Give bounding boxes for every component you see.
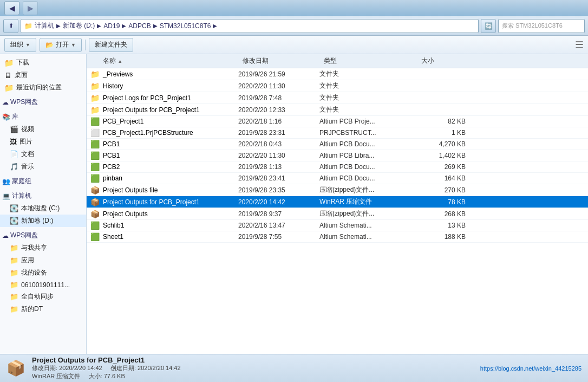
table-row[interactable]: 🟩 PCB2 2019/9/28 1:13 Altium PCB Docu...… [87, 161, 588, 173]
doc-icon: 📄 [10, 150, 18, 158]
file-date: 2019/9/26 21:59 [238, 70, 319, 78]
sort-arrow-name: ▲ [117, 59, 122, 64]
sidebar-item-download[interactable]: 📁 下载 [0, 56, 86, 69]
sidebar-item-061[interactable]: 📁 061001901111... [0, 279, 86, 290]
back-button[interactable]: ◀ [4, 1, 19, 15]
table-row[interactable]: 📁 Project Outputs for PCB_Project1 2020/… [87, 104, 588, 116]
sidebar-item-auto[interactable]: 📁 全自动同步 [0, 290, 86, 303]
sidebar-item-new-dt[interactable]: 📁 新的DT [0, 303, 86, 315]
file-size: 82 KB [417, 118, 471, 125]
file-size: 164 KB [417, 174, 471, 182]
file-type: Altium Schemati... [319, 233, 417, 241]
table-row[interactable]: 🟩 Sheet1 2019/9/28 7:55 Altium Schemati.… [87, 231, 588, 243]
wpscloud-icon: ☁ [2, 232, 9, 239]
sidebar-item-label: 桌面 [15, 70, 28, 80]
table-row[interactable]: ⬜ PCB_Project1.PrjPCBStructure 2019/9/28… [87, 127, 588, 139]
table-row[interactable]: 📁 _Previews 2019/9/26 21:59 文件夹 [87, 68, 588, 80]
file-list: 名称 ▲ 修改日期 类型 大小 📁 _Previews 2019/9/26 21… [87, 54, 588, 354]
up-button[interactable]: ⬆ [3, 19, 18, 33]
search-box[interactable]: 搜索 STM32L051C8T6 [498, 19, 585, 33]
sidebar-library[interactable]: 📚 库 [0, 111, 86, 123]
column-size-header[interactable]: 大小 [417, 56, 471, 66]
music-icon: 🎵 [10, 163, 18, 171]
homegroup-label: 家庭组 [12, 177, 31, 186]
share-icon: 📁 [10, 244, 18, 252]
create-label: 创建日期: [110, 365, 136, 371]
sidebar-item-label: 图片 [19, 137, 32, 146]
path-adpcb: ADPCB [128, 22, 151, 30]
open-button[interactable]: 📂 打开 ▼ [40, 38, 82, 52]
file-type: Altium PCB Docu... [319, 174, 417, 182]
file-date: 2019/9/28 1:13 [238, 163, 319, 171]
path-stm: STM32L051C8T6 [160, 22, 211, 30]
column-type-header[interactable]: 类型 [319, 56, 417, 66]
forward-button[interactable]: ▶ [23, 1, 38, 15]
file-type: 文件夹 [319, 69, 417, 79]
file-date: 2019/9/28 23:31 [238, 129, 319, 137]
table-row[interactable]: 📦 Project Outputs 2019/9/28 9:37 压缩(zipp… [87, 208, 588, 220]
sidebar-item-app[interactable]: 📁 应用 [0, 254, 86, 267]
file-size: 269 KB [417, 163, 471, 171]
sidebar-item-video[interactable]: 🎬 视频 [0, 123, 86, 135]
061-icon: 📁 [10, 281, 18, 289]
create-date: 2020/2/20 14:42 [138, 365, 181, 371]
file-icon: 📦 [87, 198, 103, 206]
table-row[interactable]: 🟩 PCB1 2020/2/20 11:30 Altium PCB Libra.… [87, 150, 588, 161]
search-placeholder: 搜索 STM32L051C8T6 [502, 22, 563, 30]
file-type: Altium Schemati... [319, 222, 417, 229]
new-folder-button[interactable]: 新建文件夹 [89, 38, 133, 52]
status-bar: 📦 Project Outputs for PCB_Project1 修改日期:… [0, 354, 588, 382]
file-icon: 🟩 [87, 151, 103, 160]
refresh-button[interactable]: 🔄 [481, 19, 496, 33]
sidebar-item-music[interactable]: 🎵 音乐 [0, 160, 86, 173]
sidebar-homegroup[interactable]: 👥 家庭组 [0, 175, 86, 187]
desktop-icon: 🖥 [4, 71, 12, 80]
table-row[interactable]: 🟩 PCB_Project1 2020/2/18 1:16 Altium PCB… [87, 116, 588, 127]
file-type: 压缩(zipped)文件... [319, 209, 417, 218]
sidebar-item-recent[interactable]: 📁 最近访问的位置 [0, 81, 86, 94]
file-icon: 🟩 [87, 140, 103, 148]
table-row[interactable]: 🟩 PCB1 2020/2/18 0:43 Altium PCB Docu...… [87, 139, 588, 150]
table-row[interactable]: 🟩 Schlib1 2020/2/16 13:47 Altium Schemat… [87, 220, 588, 231]
column-date-header[interactable]: 修改日期 [238, 56, 319, 66]
homegroup-icon: 👥 [2, 178, 10, 185]
sidebar-item-label: 新加卷 (D:) [21, 216, 53, 225]
recent-icon: 📁 [4, 83, 14, 92]
sidebar-wps[interactable]: ☁ WPS网盘 [0, 96, 86, 108]
sidebar-item-device[interactable]: 📁 我的设备 [0, 267, 86, 279]
file-icon: 📁 [87, 106, 103, 114]
table-row[interactable]: 🟩 pinban 2019/9/28 23:41 Altium PCB Docu… [87, 173, 588, 184]
sidebar-item-label: 新的DT [21, 305, 43, 314]
sidebar-item-drive-d[interactable]: 💽 新加卷 (D:) [0, 215, 86, 227]
drive-c-icon: 💽 [10, 204, 18, 212]
file-name: PCB_Project1 [103, 118, 238, 125]
sidebar-item-doc[interactable]: 📄 文档 [0, 148, 86, 160]
file-name: History [103, 82, 238, 90]
status-link[interactable]: https://blog.csdn.net/weixin_44215285 [480, 365, 582, 372]
sidebar-item-drive-c[interactable]: 💽 本地磁盘 (C:) [0, 202, 86, 215]
table-row[interactable]: 📁 Project Logs for PCB_Project1 2019/9/2… [87, 92, 588, 104]
computer-label: 计算机 [12, 191, 31, 200]
sidebar-item-picture[interactable]: 🖼 图片 [0, 135, 86, 148]
file-icon: 📁 [87, 70, 103, 79]
sidebar-computer[interactable]: 💻 计算机 [0, 190, 86, 202]
table-row[interactable]: 📦 Project Outputs for PCB_Project1 2020/… [87, 196, 588, 208]
sidebar-item-desktop[interactable]: 🖥 桌面 [0, 69, 86, 81]
organize-label: 组织 [10, 40, 23, 49]
view-toggle[interactable]: ☰ [575, 39, 584, 51]
file-type: 文件夹 [319, 81, 417, 90]
file-date: 2020/2/20 14:42 [238, 198, 319, 206]
file-date: 2020/2/18 1:16 [238, 118, 319, 125]
table-row[interactable]: 📦 Project Outputs file 2019/9/28 23:35 压… [87, 184, 588, 196]
address-path[interactable]: 📁 计算机 ▶ 新加卷 (D:) ▶ AD19 ▶ ADPCB ▶ STM32L… [21, 19, 479, 33]
picture-icon: 🖼 [10, 138, 17, 146]
sidebar-item-label: 最近访问的位置 [16, 83, 62, 92]
sidebar-item-label: 与我共享 [21, 243, 47, 252]
organize-button[interactable]: 组织 ▼ [4, 38, 36, 52]
sidebar-item-share[interactable]: 📁 与我共享 [0, 242, 86, 254]
file-type: 文件夹 [319, 93, 417, 102]
column-name-header[interactable]: 名称 ▲ [87, 56, 238, 66]
table-row[interactable]: 📁 History 2020/2/20 11:30 文件夹 [87, 80, 588, 92]
sidebar-wpscloud[interactable]: ☁ WPS网盘 [0, 229, 86, 242]
file-icon: 🟩 [87, 117, 103, 126]
